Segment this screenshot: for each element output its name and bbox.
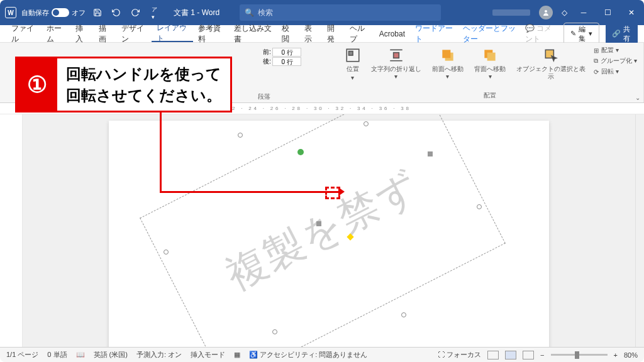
- position-button[interactable]: 位置▾: [341, 45, 364, 83]
- user-name: [492, 9, 530, 16]
- document-title: 文書 1 - Word: [174, 8, 219, 18]
- collapse-ribbon-icon[interactable]: ⌄: [635, 94, 640, 101]
- word-app-icon: W: [5, 7, 16, 18]
- svg-rect-2: [348, 52, 353, 56]
- callout-arrow: [160, 112, 162, 191]
- page-count[interactable]: 1/1 ページ: [6, 350, 38, 359]
- user-avatar[interactable]: [539, 6, 553, 19]
- search-placeholder: 検索: [258, 8, 273, 18]
- tab-draw[interactable]: 描画: [94, 25, 116, 42]
- maximize-button[interactable]: ☐: [600, 5, 615, 20]
- selection-pane-button[interactable]: オブジェクトの選択と表示: [513, 45, 589, 82]
- accessibility-status[interactable]: ♿ アクセシビリティ: 問題ありません: [249, 350, 367, 359]
- rotate-button[interactable]: ⟳回転 ▾: [592, 67, 638, 77]
- web-layout-icon[interactable]: [523, 351, 534, 359]
- zoom-level[interactable]: 80%: [624, 351, 638, 359]
- spacing-after-input[interactable]: 0 行: [272, 57, 301, 66]
- wordart-object[interactable]: 複製を禁ず: [165, 136, 480, 325]
- redo-icon[interactable]: [128, 6, 142, 19]
- resize-handle[interactable]: [272, 329, 277, 334]
- bring-forward-button[interactable]: 前面へ移動 ▾: [428, 45, 467, 82]
- word-count[interactable]: 0 単語: [47, 350, 67, 359]
- tab-home[interactable]: ホーム: [42, 25, 70, 42]
- diamond-icon[interactable]: ◇: [562, 8, 567, 17]
- tab-help[interactable]: ヘルプ: [345, 25, 374, 42]
- callout-arrowhead-icon: [338, 187, 345, 196]
- tab-view[interactable]: 表示: [299, 25, 322, 42]
- zoom-in-button[interactable]: +: [614, 351, 618, 359]
- tab-mailings[interactable]: 差し込み文書: [229, 25, 277, 42]
- svg-rect-9: [487, 53, 496, 61]
- group-button[interactable]: ⧉グループ化 ▾: [592, 56, 638, 66]
- minimize-button[interactable]: ─: [576, 5, 591, 20]
- resize-handle[interactable]: [477, 204, 482, 209]
- save-icon[interactable]: [91, 6, 104, 19]
- callout-arrow: [160, 191, 340, 193]
- tab-header-footer[interactable]: ヘッダーとフッター: [458, 25, 525, 42]
- callout-text: 回転ハンドルを使って回転させてください。: [57, 58, 230, 111]
- language-status[interactable]: 英語 (米国): [94, 350, 128, 359]
- focus-mode-button[interactable]: ⛶ フォーカス: [438, 350, 481, 359]
- document-page[interactable]: 複製を禁ず: [109, 121, 549, 347]
- tab-review[interactable]: 校閲: [277, 25, 299, 42]
- ribbon-tabs: ファイル ホーム 挿入 描画 デザイン レイアウト 参考資料 差し込み文書 校閲…: [0, 25, 644, 43]
- paragraph-group-label: 段落: [258, 92, 270, 101]
- svg-point-0: [545, 10, 547, 13]
- auto-save-toggle[interactable]: 自動保存 オフ: [21, 8, 86, 18]
- send-backward-button[interactable]: 背面へ移動 ▾: [471, 45, 510, 82]
- text-wrap-button[interactable]: 文字列の折り返し ▾: [368, 45, 425, 82]
- resize-handle[interactable]: [428, 151, 433, 156]
- spacing-before-input[interactable]: 0 行: [272, 48, 301, 57]
- resize-handle[interactable]: [364, 121, 369, 126]
- tab-layout[interactable]: レイアウト: [152, 25, 193, 42]
- align-button[interactable]: ⊞配置 ▾: [592, 45, 638, 55]
- tab-file[interactable]: ファイル: [6, 25, 42, 42]
- rotation-handle[interactable]: [297, 149, 304, 155]
- qat-customize-icon[interactable]: ア▾: [147, 6, 161, 19]
- arrange-group-label: 配置: [484, 91, 496, 101]
- search-box[interactable]: 🔍 検索: [240, 4, 441, 21]
- search-icon: 🔍: [245, 8, 254, 17]
- resize-handle[interactable]: [401, 312, 406, 317]
- comments-button[interactable]: 💬 コメント: [525, 23, 557, 45]
- instruction-callout: ① 回転ハンドルを使って回転させてください。: [15, 57, 232, 112]
- document-workspace: 複製を禁ず: [0, 114, 644, 347]
- resize-handle[interactable]: [164, 250, 169, 255]
- zoom-slider[interactable]: [551, 354, 608, 356]
- tab-insert[interactable]: 挿入: [70, 25, 93, 42]
- title-bar: W 自動保存 オフ ア▾ 文書 1 - Word 🔍 検索 ◇ ─ ☐ ✕: [0, 0, 644, 25]
- arrange-group: 位置▾ 文字列の折り返し ▾ 前面へ移動 ▾ 背面へ移動 ▾ オブジェクトの選択…: [336, 43, 644, 102]
- close-button[interactable]: ✕: [624, 5, 639, 20]
- tab-acrobat[interactable]: Acrobat: [374, 25, 410, 42]
- callout-number: ①: [17, 58, 57, 111]
- svg-rect-7: [442, 50, 450, 58]
- tab-developer[interactable]: 開発: [322, 25, 345, 42]
- insert-mode-status[interactable]: 挿入モード: [191, 350, 225, 359]
- share-button[interactable]: 🔗 共有: [606, 23, 638, 45]
- resize-handle[interactable]: [316, 221, 321, 226]
- tab-wordart[interactable]: ワードアート: [410, 25, 458, 42]
- vertical-scrollbar[interactable]: [635, 114, 644, 347]
- toggle-switch-icon[interactable]: [52, 8, 69, 17]
- vertical-ruler[interactable]: [0, 114, 23, 347]
- print-layout-icon[interactable]: [505, 351, 516, 359]
- predictive-input-status[interactable]: 予測入力: オン: [136, 350, 182, 359]
- dictionary-icon[interactable]: 📖: [76, 351, 85, 359]
- status-bar: 1/1 ページ 0 単語 📖 英語 (米国) 予測入力: オン 挿入モード ▦ …: [0, 347, 644, 362]
- tab-design[interactable]: デザイン: [116, 25, 152, 42]
- zoom-out-button[interactable]: −: [540, 351, 544, 359]
- resize-handle[interactable]: [238, 133, 243, 138]
- editing-mode-button[interactable]: ✎ 編集 ▾: [564, 23, 599, 45]
- read-mode-icon[interactable]: [487, 351, 499, 359]
- macro-icon[interactable]: ▦: [234, 351, 240, 359]
- svg-rect-3: [394, 53, 399, 58]
- undo-icon[interactable]: [109, 6, 123, 19]
- tab-references[interactable]: 参考資料: [193, 25, 228, 42]
